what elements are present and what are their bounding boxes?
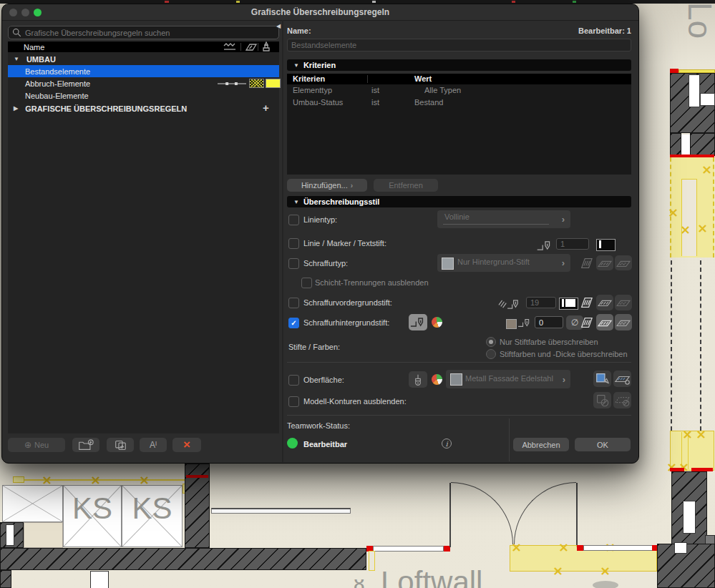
fill-background-pen-checkbox[interactable]: ✓	[288, 318, 299, 328]
fg-cover-fill-button[interactable]	[596, 295, 613, 310]
rule-row-abbruch[interactable]: Abbruch-Elemente	[8, 77, 279, 89]
caret-right-icon[interactable]: ▶	[14, 105, 18, 112]
criteria-row[interactable]: Elementtyp ist Alle Typen	[287, 86, 631, 98]
fg-drafting-fill-button[interactable]	[615, 295, 632, 310]
override-style-section-header[interactable]: ▼ Überschreibungsstil	[287, 196, 631, 207]
linetype-dropdown[interactable]: Vollinie ›	[437, 210, 570, 228]
dashed-line	[671, 260, 672, 431]
pens-colors-label: Stifte / Farben:	[288, 343, 340, 351]
bg-pen-color-chip	[506, 319, 517, 329]
surface-uncut-button[interactable]	[613, 371, 631, 387]
bg-pen-number-input[interactable]	[535, 316, 563, 328]
status-text: Bearbeitbar	[303, 440, 347, 449]
drafting-fill-button[interactable]	[615, 255, 632, 270]
fg-pen-color-swatch[interactable]	[559, 298, 578, 310]
fill-type-checkbox[interactable]	[288, 258, 299, 269]
line-marker-pen-checkbox[interactable]	[288, 238, 299, 249]
new-button[interactable]: ⊕ Neu	[8, 438, 65, 452]
group-row-umbau[interactable]: ▼ UMBAU	[8, 53, 279, 65]
toolbar-pixel	[236, 1, 240, 3]
criteria-row[interactable]: Umbau-Status ist Bestand	[287, 98, 631, 110]
section-divider	[287, 362, 631, 363]
chevron-right-icon: ›	[563, 374, 565, 385]
surface-checkbox[interactable]	[288, 375, 299, 386]
hide-model-contours-label: Modell-Konturen ausblenden:	[303, 397, 407, 406]
cover-fill-button[interactable]	[596, 255, 613, 270]
bg-pen-picker-button[interactable]	[409, 314, 427, 330]
search-input[interactable]: Grafische Überschreibungsregeln suchen	[8, 26, 279, 39]
plan-glyph: ᴕ	[354, 570, 365, 588]
wall-segment	[670, 133, 681, 156]
contours-uncut-button[interactable]	[613, 392, 631, 408]
caret-down-icon[interactable]: ▼	[14, 56, 19, 62]
check-icon: ✓	[291, 319, 296, 327]
copy-icon	[114, 439, 127, 451]
bg-drafting-fill-button[interactable]	[615, 314, 632, 330]
collapse-panel-icon[interactable]: ◀	[276, 23, 281, 29]
pen-color-swatch[interactable]	[596, 239, 616, 251]
surface-dropdown[interactable]: Metall Fassade Edelstahl ›	[446, 370, 570, 388]
rename-button[interactable]: Aᴵ	[140, 438, 167, 452]
group-row-rules[interactable]: ▶ GRAFISCHE ÜBERSCHREIBUNGSREGELN +	[8, 102, 279, 114]
bg-cut-fill-button[interactable]	[578, 314, 595, 330]
remove-criteria-button[interactable]: Entfernen	[374, 179, 438, 192]
fill-foreground-pen-checkbox[interactable]	[288, 298, 299, 308]
add-criteria-button[interactable]: Hinzufügen... ›	[287, 179, 367, 192]
linetype-column-icon[interactable]	[223, 43, 236, 52]
hide-skin-separators-checkbox[interactable]	[301, 278, 312, 288]
plan-panel: KS	[63, 485, 122, 547]
x-mark: ×	[696, 428, 706, 441]
fill-type-dropdown[interactable]: Nur Hintergrund-Stift ›	[437, 254, 570, 272]
criteria-col-header[interactable]: Kriterien	[293, 74, 325, 83]
cover-fill-icon	[597, 316, 613, 329]
criteria-table[interactable]: Kriterien Wert Elementtyp ist Alle Typen…	[287, 74, 631, 175]
fill-column-icon[interactable]	[245, 43, 258, 52]
surface-uncut-icon	[614, 373, 631, 386]
fg-pen-number-input[interactable]	[526, 297, 556, 308]
cut-fill-icon	[578, 296, 594, 309]
drafting-fill-icon	[616, 296, 631, 309]
drafting-fill-icon	[616, 257, 631, 270]
color-wheel-icon[interactable]	[432, 374, 442, 385]
pen-column-icon[interactable]	[262, 41, 271, 52]
hide-model-contours-checkbox[interactable]	[288, 396, 299, 407]
dropdown-underline	[443, 224, 549, 225]
fill-preview-swatch	[442, 258, 454, 270]
door-swing-arc	[451, 482, 513, 544]
surface-cut-button[interactable]	[593, 371, 611, 387]
pen-icon	[410, 317, 426, 328]
cancel-button[interactable]: Abbrechen	[513, 438, 569, 451]
dashdot-line-symbol	[218, 81, 246, 87]
pen-color-only-radio[interactable]	[486, 337, 496, 347]
column-name[interactable]: Name	[24, 43, 44, 52]
titlebar[interactable]: Grafische Überschreibungsregeln	[2, 4, 638, 21]
contours-cut-button[interactable]	[593, 392, 611, 408]
wall-opening	[700, 93, 715, 106]
header-divider	[258, 43, 258, 51]
delete-button[interactable]: ×	[172, 438, 201, 452]
chevron-right-icon: ›	[351, 182, 353, 190]
criteria-section-header[interactable]: ▼ Kriterien	[287, 59, 631, 71]
name-input[interactable]	[287, 39, 631, 52]
toolbar-pixel	[372, 1, 376, 3]
ok-button[interactable]: OK	[575, 438, 631, 451]
pen-color-weight-radio[interactable]	[486, 349, 496, 359]
rule-row-bestandselemente[interactable]: Bestandselemente	[8, 65, 279, 77]
duplicate-button[interactable]	[107, 438, 134, 452]
chevron-right-icon: ›	[562, 258, 565, 268]
fg-cut-fill-button[interactable]	[578, 295, 595, 310]
bg-cover-fill-button[interactable]	[596, 314, 613, 330]
linetype-checkbox[interactable]	[288, 215, 299, 225]
col-divider	[367, 75, 368, 83]
color-wheel-icon[interactable]	[432, 317, 442, 328]
cut-fill-button[interactable]	[578, 255, 595, 270]
value-col-header[interactable]: Wert	[414, 74, 432, 83]
add-rule-icon[interactable]: +	[263, 102, 269, 114]
info-icon[interactable]: i	[442, 438, 452, 449]
surface-paint-button[interactable]	[409, 371, 427, 388]
wall-opening	[689, 74, 700, 107]
panel-divider[interactable]	[282, 20, 283, 462]
import-folder-button[interactable]	[72, 438, 99, 452]
rule-row-neubau[interactable]: Neubau-Elemente	[8, 89, 279, 102]
pen-number-input[interactable]	[556, 238, 589, 250]
